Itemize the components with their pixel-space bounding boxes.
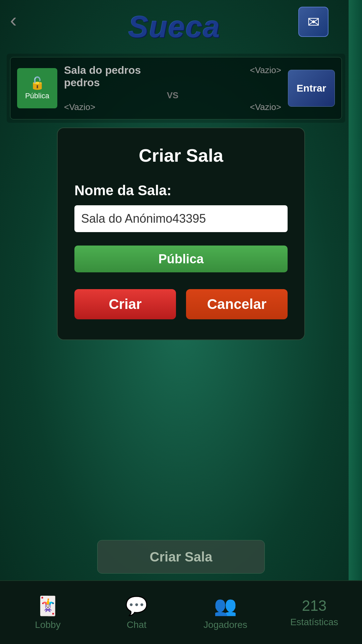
criar-label: Criar [109,296,141,312]
public-toggle-label: Pública [158,252,203,266]
estatisticas-icon: 213 [302,597,326,614]
room-name: Sala do pedros [64,64,141,76]
room-name-input[interactable] [74,205,288,232]
mail-button[interactable]: ✉ [298,7,328,37]
jogadores-icon: 👥 [214,595,237,617]
right-bar-decoration [349,0,362,644]
room-owner: pedros [64,76,100,89]
nav-item-chat[interactable]: 💬 Chat [92,595,181,630]
modal-actions: Criar Cancelar [74,289,288,319]
criar-button[interactable]: Criar [74,289,176,319]
enter-room-label: Entrar [297,83,326,94]
modal-room-name-label: Nome da Sala: [74,182,288,199]
cancelar-button[interactable]: Cancelar [186,289,288,319]
lock-icon: 🔓 [30,76,45,90]
room-row-1: Sala do pedros <Vazio> [64,64,281,76]
chat-icon: 💬 [125,595,148,617]
jogadores-label: Jogadores [203,620,247,630]
cancelar-label: Cancelar [207,296,266,312]
nav-item-estatisticas[interactable]: 213 Estatísticas [270,597,359,628]
back-button[interactable]: ‹ [10,10,17,30]
room-row-3: <Vazio> <Vazio> [64,102,281,112]
room-vazio-bottom-right: <Vazio> [250,102,281,112]
app-title: Sueca [128,10,220,44]
lobby-icon: 🃏 [36,595,59,617]
room-details: Sala do pedros <Vazio> pedros VS <Vazio>… [64,64,281,112]
bottom-navigation: 🃏 Lobby 💬 Chat 👥 Jogadores 213 Estatísti… [0,580,362,644]
nav-item-jogadores[interactable]: 👥 Jogadores [181,595,270,630]
room-item: 🔓 Pública Sala do pedros <Vazio> pedros … [10,57,342,119]
room-public-label: Pública [25,92,49,100]
room-row-vs: VS [64,90,281,101]
lobby-label: Lobby [35,620,60,630]
nav-item-lobby[interactable]: 🃏 Lobby [3,595,92,630]
enter-room-button[interactable]: Entrar [288,70,335,107]
header: ‹ Sueca ✉ [0,0,349,47]
chat-label: Chat [127,620,146,630]
modal-title: Criar Sala [74,145,288,166]
room-list: 🔓 Pública Sala do pedros <Vazio> pedros … [7,54,345,123]
public-toggle-button[interactable]: Pública [74,246,288,272]
create-room-modal: Criar Sala Nome da Sala: Pública Criar C… [57,127,305,340]
create-room-button-label: Criar Sala [150,549,213,565]
room-row-owner: pedros [64,76,281,89]
room-icon: 🔓 Pública [17,68,57,108]
estatisticas-label: Estatísticas [290,617,338,628]
room-vazio-top-right: <Vazio> [250,65,281,75]
mail-icon: ✉ [307,13,320,31]
create-room-button[interactable]: Criar Sala [97,540,265,574]
room-vs: VS [167,90,179,101]
room-vazio-bottom-left: <Vazio> [64,102,95,112]
